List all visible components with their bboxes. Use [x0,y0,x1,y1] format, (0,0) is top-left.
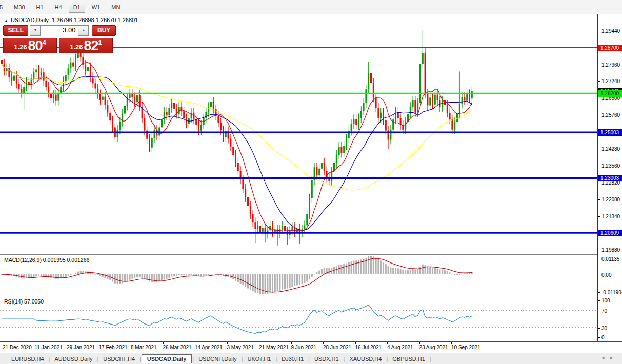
candle-body [68,68,69,75]
date-tick [451,342,452,344]
macd-tick-text: -0.011904 [601,290,622,295]
macd-histogram-bar [447,271,448,274]
chart-tab-xauusd[interactable]: XAUUSD,H4 [345,354,386,363]
macd-histogram-bar [205,274,207,276]
macd-histogram-bar [55,274,57,279]
candle-body [80,53,82,57]
timeframe-button-h4[interactable]: H4 [50,2,67,13]
sell-price-pip: 4 [43,39,46,46]
tab-scroll-right-icon[interactable]: ► [609,355,618,360]
macd-histogram-bar [82,271,84,275]
date-tick [3,342,3,344]
candle-body [419,64,421,103]
collapse-icon[interactable]: ▲ [4,18,8,23]
volume-increase-button[interactable]: ▲ [78,25,89,36]
chart-tab-audusd[interactable]: AUDUSD,Daily [50,354,96,363]
tab-scroll-left-icon[interactable]: ◄ [600,355,609,360]
macd-histogram-bar [171,274,172,276]
macd-histogram-bar [294,274,295,286]
volume-decrease-button[interactable]: ▼ [30,25,41,36]
date-label: 3 May 2021 [227,345,254,350]
sell-price-display[interactable]: 1.26 80 4 [3,38,57,53]
timeframe-button-m30[interactable]: M30 [9,2,29,13]
chart-tab-eurusd[interactable]: EURUSD,H4 [7,354,48,363]
candle-body [282,226,283,229]
macd-histogram-bar [247,274,249,289]
candle-body [353,119,354,124]
price-tick-text: 1.23560 [601,163,620,169]
macd-histogram-bar [355,260,357,274]
candle-body [257,226,258,229]
timeframe-button-w1[interactable]: W1 [87,2,105,13]
macd-tick-label: -0.011904 [598,289,622,295]
candle-body [385,120,387,131]
price-tick-dash [598,98,600,98]
date-axis[interactable]: 21 Dec 202011 Jan 202129 Jan 202117 Feb … [0,342,622,353]
macd-histogram-bar [97,274,98,275]
timeframe-button-d1[interactable]: D1 [69,2,85,13]
candle-body [232,147,234,155]
candle-body [373,83,374,98]
macd-histogram-bar [124,274,126,282]
price-tick-dash [598,115,600,115]
macd-histogram-bar [45,274,47,276]
date-label: 16 Jul 2021 [355,345,382,350]
candle-body [112,120,113,127]
chart-tab-usdchf[interactable]: USDCHF,H4 [99,354,139,363]
candle-body [462,97,463,104]
date-label: 4 Aug 2021 [387,345,413,350]
date-tick [291,342,292,344]
buy-price-display[interactable]: 1.26 82 1 [59,38,113,53]
price-tick-text: 1.29440 [601,28,620,34]
macd-histogram-bar [390,268,391,274]
candle-body [405,122,406,130]
macd-histogram-bar [99,274,101,276]
candle-body [94,83,96,88]
sell-button[interactable]: SELL [3,25,28,36]
volume-input[interactable]: 3.00 [41,25,78,35]
candle-body [471,91,473,98]
timeframe-button-5[interactable]: 5 [0,2,7,13]
timeframe-button-mn[interactable]: MN [107,2,125,13]
macd-histogram-bar [53,274,54,278]
macd-histogram-bar [400,269,402,274]
macd-histogram-bar [444,270,446,274]
candle-body [262,228,264,232]
candle-body [195,119,197,125]
candle-body [358,118,359,125]
level-price-label: 1.23003 [598,175,622,181]
buy-button[interactable]: BUY [92,25,116,36]
candle-body [427,93,428,105]
macd-histogram-bar [149,274,150,281]
chart-tab-gbpusd[interactable]: GBPUSD,H1 [388,354,429,363]
macd-histogram-bar [38,274,39,276]
candle-body [205,112,207,118]
price-tick-dash [598,31,600,31]
price-axis[interactable]: 1.294401.279601.272401.265001.257601.242… [597,14,622,341]
macd-histogram-bar [343,264,345,274]
macd-histogram-bar [414,270,416,275]
candle-body [173,103,175,109]
candle-body [410,107,411,114]
one-click-trading-panel: SELL ▼ 3.00 ▲ BUY 1.26 80 4 1.26 82 1 [3,25,116,53]
chart-tab-bar: EURUSD,H4|AUDUSD,Daily|USDCHF,H4|USDCAD,… [0,353,622,364]
macd-histogram-bar [193,274,194,275]
macd-histogram-bar [459,274,460,275]
timeframe-button-h1[interactable]: H1 [32,2,48,13]
chart-tab-usdx[interactable]: USDX,H1 [310,354,343,363]
macd-tick-label: 0.00 [598,272,622,278]
macd-histogram-bar [213,274,214,274]
macd-tick-text: 0.01135 [601,256,619,262]
macd-histogram-bar [287,274,288,289]
price-tick-dash [598,149,600,149]
price-tick-label: 1.25760 [598,112,622,118]
macd-histogram-bar [454,274,455,275]
macd-histogram-bar [395,268,396,275]
chart-tab-usdcad[interactable]: USDCAD,Daily [142,354,192,363]
chart-tab-usdcnh[interactable]: USDCNH,Daily [194,354,241,363]
candle-body [466,94,468,100]
price-tick-text: 1.24280 [601,146,620,152]
chart-tab-dj30[interactable]: DJ30,H1 [277,354,308,363]
chart-tab-ukoil[interactable]: UKOil,H1 [244,354,275,363]
candle-body [171,103,172,108]
